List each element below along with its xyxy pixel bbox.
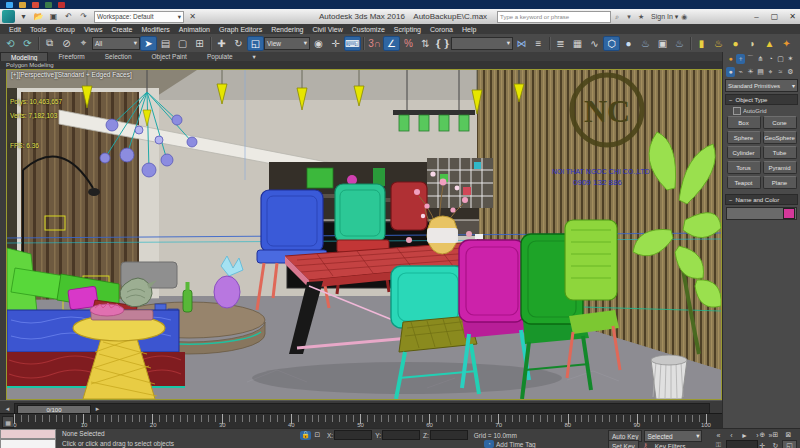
use-pivot-center-icon[interactable]: ◉ [310, 36, 327, 51]
trash-bin[interactable] [651, 355, 687, 399]
tab-display-icon[interactable]: ▢ [776, 54, 785, 64]
orbit-icon[interactable]: ↻ [769, 441, 782, 448]
mirror-icon[interactable]: ⋈ [513, 36, 530, 51]
minimize-button[interactable]: – [749, 11, 764, 22]
explorer-icon[interactable] [19, 2, 26, 8]
box-button[interactable]: Box [727, 116, 761, 129]
menu-rendering[interactable]: Rendering [271, 26, 303, 33]
menu-animation[interactable]: Animation [179, 26, 210, 33]
favorites-icon[interactable]: ★ [635, 11, 647, 22]
menu-corona[interactable]: Corona [430, 26, 453, 33]
subtab-helpers-icon[interactable]: ⌖ [766, 67, 775, 77]
rendered-frame-icon[interactable]: ▣ [654, 36, 671, 51]
menu-create[interactable]: Create [111, 26, 132, 33]
time-tag-icon[interactable]: ◔ [484, 440, 494, 448]
chrome-icon[interactable] [32, 2, 39, 8]
autogrid-checkbox[interactable]: AutoGrid [733, 107, 800, 115]
render-setup-icon[interactable]: ♨ [637, 36, 654, 51]
angle-snap-icon[interactable]: ∠ [383, 36, 400, 51]
zoom-extents-icon[interactable]: ⊠ [782, 430, 795, 439]
geosphere-button[interactable]: GeoSphere [763, 131, 797, 144]
x-field[interactable] [334, 430, 372, 440]
menu-graph-editors[interactable]: Graph Editors [219, 26, 262, 33]
tab-hierarchy-icon[interactable]: ⋔ [756, 54, 765, 64]
subtab-shapes-icon[interactable]: ⌁ [736, 67, 745, 77]
rect-selection-region-icon[interactable]: ▢ [174, 36, 191, 51]
corona-sphere-icon[interactable]: ● [727, 36, 744, 51]
spinner-snap-icon[interactable]: ⇅ [417, 36, 434, 51]
frame-field[interactable]: 0 [726, 440, 758, 448]
next-frame-arrow[interactable]: ► [93, 405, 102, 412]
corona-teapot-icon[interactable]: ♨ [710, 36, 727, 51]
select-manipulate-icon[interactable]: ✛ [327, 36, 344, 51]
add-time-tag[interactable]: Add Time Tag [496, 441, 536, 448]
object-name-field[interactable] [726, 207, 797, 220]
subtab-geometry-icon[interactable]: ● [726, 67, 735, 77]
corona-material-icon[interactable]: ◗ [744, 36, 761, 51]
menu-tools[interactable]: Tools [30, 26, 46, 33]
edit-named-selections-icon[interactable]: ❴❵ [434, 36, 451, 51]
corona-star-icon[interactable]: ✦ [778, 36, 795, 51]
bind-space-warp-icon[interactable]: ⌖ [75, 36, 92, 51]
subtab-spacewarps-icon[interactable]: ≈ [776, 67, 785, 77]
sphere-button[interactable]: Sphere [727, 131, 761, 144]
select-by-name-icon[interactable]: ▤ [157, 36, 174, 51]
redo-icon[interactable]: ↷ [77, 11, 90, 22]
key-filters-button[interactable]: Key Filters... [652, 441, 694, 448]
cylinder-button[interactable]: Cylinder [727, 146, 761, 159]
new-scene-icon[interactable]: ▾ [17, 11, 30, 22]
unlink-selection-icon[interactable]: ⊘ [58, 36, 75, 51]
z-field[interactable] [430, 430, 468, 440]
search-history-icon[interactable]: ▾ [623, 11, 635, 22]
teapot-button[interactable]: Teapot [727, 176, 761, 189]
select-link-icon[interactable]: ⧉ [41, 36, 58, 51]
align-icon[interactable]: ≡ [530, 36, 547, 51]
select-and-scale-icon[interactable]: ◱ [247, 36, 264, 51]
tube-button[interactable]: Tube [763, 146, 797, 159]
workspace-dropdown[interactable]: Workspace: Default ▾ [94, 11, 184, 23]
undo-icon[interactable]: ↶ [62, 11, 75, 22]
percent-snap-icon[interactable]: % [400, 36, 417, 51]
graphite-ribbon-icon[interactable]: ▦ [569, 36, 586, 51]
chair-red[interactable] [391, 182, 427, 230]
save-file-icon[interactable]: ▣ [47, 11, 60, 22]
keyboard-override-icon[interactable]: ⌨ [344, 36, 361, 51]
object-type-rollout[interactable]: −Object Type [725, 94, 798, 105]
torus-button[interactable]: Torus [727, 161, 761, 174]
tab-modeling[interactable]: Modeling [0, 52, 48, 62]
close-button[interactable]: ✕ [785, 11, 800, 22]
y-field[interactable] [382, 430, 420, 440]
named-selection-dropdown[interactable]: ▾ [451, 37, 513, 50]
zoom-icon[interactable]: ⊕ [756, 430, 769, 439]
open-file-icon[interactable]: 📂 [32, 11, 45, 22]
menu-civil-view[interactable]: Civil View [312, 26, 342, 33]
ribbon-minimize-icon[interactable]: ▾ [243, 52, 266, 61]
corona-square-icon[interactable]: ▮ [693, 36, 710, 51]
subtab-lights-icon[interactable]: ☀ [746, 67, 755, 77]
menu-views[interactable]: Views [84, 26, 103, 33]
application-menu-icon[interactable] [2, 10, 15, 23]
help-icon[interactable]: ◉ [678, 11, 690, 22]
abs-offset-toggle-icon[interactable]: ⊡ [311, 430, 324, 440]
redo-icon[interactable]: ⟳ [19, 36, 36, 51]
plane-button[interactable]: Plane [763, 176, 797, 189]
tab-populate[interactable]: Populate [197, 52, 243, 61]
undo-icon[interactable]: ⟲ [2, 36, 19, 51]
app-icon[interactable] [58, 2, 65, 8]
pyramid-button[interactable]: Pyramid [763, 161, 797, 174]
polygon-modeling-panel[interactable]: Polygon Modeling [6, 62, 54, 68]
prev-frame-icon[interactable]: ‹ [725, 430, 738, 440]
reference-coordinate-dropdown[interactable]: View ▾ [264, 37, 310, 50]
curve-editor-icon[interactable]: ∿ [586, 36, 603, 51]
close-toolbar-icon[interactable]: ✕ [186, 11, 199, 22]
select-and-move-icon[interactable]: ✚ [213, 36, 230, 51]
set-key-button[interactable]: Set Key [608, 440, 639, 448]
timeline-ruler[interactable]: ▦ 010 2030 4050 6070 8090 100 [0, 413, 722, 429]
selection-lock-icon[interactable]: 🔒 [300, 431, 311, 440]
tab-modify-icon[interactable]: ⌒ [746, 54, 755, 64]
maximize-viewport-icon[interactable]: ◱ [782, 440, 797, 448]
select-and-rotate-icon[interactable]: ↻ [230, 36, 247, 51]
key-mode-icon[interactable]: ⚿ [712, 440, 725, 448]
snaps-toggle-icon[interactable]: 3∩ [366, 36, 383, 51]
tab-utilities-icon[interactable]: ✶ [786, 54, 795, 64]
